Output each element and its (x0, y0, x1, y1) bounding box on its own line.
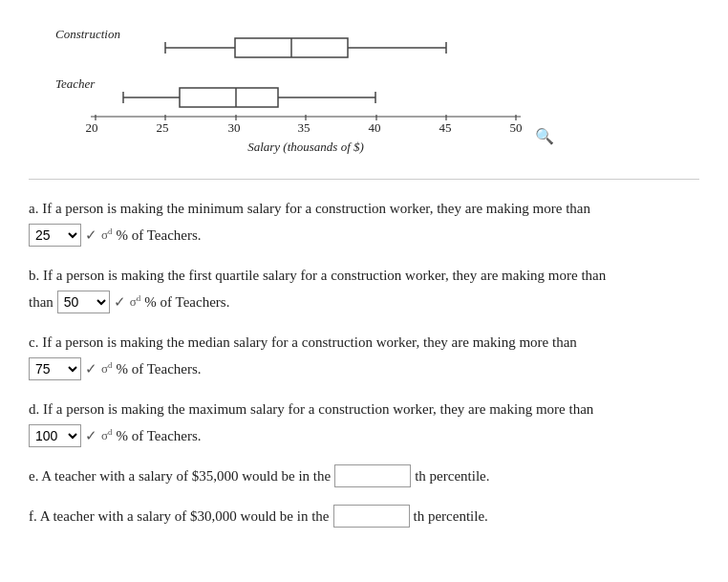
svg-rect-8 (180, 88, 278, 107)
question-b-prefix: than (29, 291, 54, 313)
question-c-suffix: % of Teachers. (117, 357, 202, 380)
question-c-edit-icon: σd (101, 358, 113, 379)
question-a-checkmark: ✓ (85, 224, 97, 247)
svg-text:Salary (thousands of $): Salary (thousands of $) (247, 140, 364, 154)
svg-text:🔍: 🔍 (535, 127, 554, 145)
question-d-suffix: % of Teachers. (117, 424, 202, 447)
chart-area: Construction Teacher (29, 19, 699, 162)
question-c-text: c. If a person is making the median sala… (29, 331, 699, 354)
question-c-select[interactable]: 75 0 25 50 100 (29, 357, 81, 380)
question-c-checkmark: ✓ (85, 357, 97, 380)
svg-text:35: 35 (298, 120, 310, 135)
question-f: f. A teacher with a salary of $30,000 wo… (29, 505, 699, 528)
svg-text:40: 40 (369, 120, 381, 135)
question-a: a. If a person is making the minimum sal… (29, 197, 699, 247)
question-f-input[interactable] (333, 505, 410, 528)
question-a-select[interactable]: 25 0 50 75 100 (29, 224, 81, 247)
question-b-select[interactable]: 50 0 25 75 100 (57, 291, 110, 313)
question-d-checkmark: ✓ (85, 424, 97, 447)
question-e-suffix: th percentile. (415, 464, 489, 487)
question-c: c. If a person is making the median sala… (29, 331, 699, 380)
question-c-answer[interactable]: 75 0 25 50 100 ✓ σd % of Teachers. (29, 357, 699, 380)
teacher-label: Teacher (55, 76, 96, 91)
question-a-edit-icon: σd (101, 225, 113, 246)
question-d-select[interactable]: 100 0 25 50 75 (29, 424, 81, 447)
svg-text:50: 50 (510, 120, 523, 135)
question-d-edit-icon: σd (101, 425, 113, 446)
question-a-text: a. If a person is making the minimum sal… (29, 197, 699, 220)
svg-text:30: 30 (228, 120, 241, 135)
question-e-input[interactable] (334, 464, 411, 487)
question-b-edit-icon: σd (130, 291, 141, 313)
question-a-answer[interactable]: 25 0 50 75 100 ✓ σd % of Teachers. (29, 224, 699, 247)
question-d: d. If a person is making the maximum sal… (29, 398, 699, 447)
question-e-answer[interactable]: e. A teacher with a salary of $35,000 wo… (29, 464, 699, 487)
boxplot-svg: Construction Teacher (38, 19, 573, 158)
question-b-checkmark: ✓ (114, 291, 126, 313)
question-e: e. A teacher with a salary of $35,000 wo… (29, 464, 699, 487)
question-d-answer[interactable]: 100 0 25 50 75 ✓ σd % of Teachers. (29, 424, 699, 447)
question-b-answer[interactable]: than 50 0 25 75 100 ✓ σd % of Teachers. (29, 291, 699, 313)
question-b-text: b. If a person is making the first quart… (29, 264, 699, 287)
construction-label: Construction (55, 27, 120, 41)
question-b-suffix: % of Teachers. (144, 291, 229, 313)
svg-text:25: 25 (157, 120, 169, 135)
svg-text:20: 20 (86, 120, 98, 135)
question-f-suffix: th percentile. (414, 505, 488, 528)
question-e-prefix: e. A teacher with a salary of $35,000 wo… (29, 464, 331, 487)
divider (29, 179, 699, 180)
question-a-suffix: % of Teachers. (117, 224, 202, 247)
question-b: b. If a person is making the first quart… (29, 264, 699, 313)
question-f-prefix: f. A teacher with a salary of $30,000 wo… (29, 505, 330, 528)
question-d-text: d. If a person is making the maximum sal… (29, 398, 699, 420)
question-f-answer[interactable]: f. A teacher with a salary of $30,000 wo… (29, 505, 699, 528)
svg-text:45: 45 (439, 120, 452, 135)
